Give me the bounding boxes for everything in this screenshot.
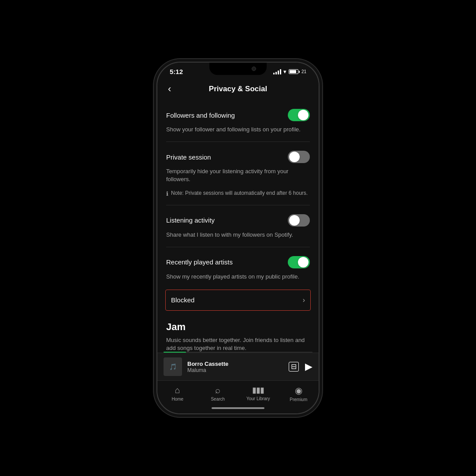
phone-frame: 5:12 ▾ 21 ‹ Privacy & Social xyxy=(156,62,320,414)
private-session-note: ℹ Note: Private sessions will automatica… xyxy=(166,190,310,203)
status-icons: ▾ 21 xyxy=(273,68,306,75)
private-session-note-text: Note: Private sessions will automaticall… xyxy=(171,190,308,196)
jam-desc: Music sounds better together. Join frien… xyxy=(166,336,310,352)
divider-2 xyxy=(166,205,310,205)
followers-toggle[interactable] xyxy=(288,109,310,121)
followers-label: Followers and following xyxy=(166,112,235,119)
private-session-label: Private session xyxy=(166,153,211,161)
now-playing-section: 🎵 Borro Cassette Maluma ⊟ ▶ xyxy=(157,352,319,380)
now-playing-bar[interactable]: 🎵 Borro Cassette Maluma ⊟ ▶ xyxy=(157,353,319,380)
listening-activity-label: Listening activity xyxy=(166,216,215,224)
nav-search[interactable]: ⌕ Search xyxy=(205,385,231,402)
private-session-desc: Temporarily hide your listening activity… xyxy=(166,167,310,190)
track-info: Borro Cassette Maluma xyxy=(182,361,289,373)
status-time: 5:12 xyxy=(170,68,183,75)
search-icon: ⌕ xyxy=(215,385,220,395)
connect-device-icon[interactable]: ⊟ xyxy=(289,362,299,372)
info-icon: ℹ xyxy=(166,190,168,197)
nav-premium-label: Premium xyxy=(290,397,307,402)
recently-played-desc: Show my recently played artists on my pu… xyxy=(166,273,310,287)
nav-premium[interactable]: ◉ Premium xyxy=(285,385,312,402)
back-button[interactable]: ‹ xyxy=(166,82,173,97)
notch xyxy=(209,63,267,75)
home-icon: ⌂ xyxy=(175,385,180,395)
premium-icon: ◉ xyxy=(295,385,302,396)
followers-setting-row: Followers and following xyxy=(166,102,310,126)
listening-activity-desc: Share what I listen to with my followers… xyxy=(166,231,310,245)
play-button[interactable]: ▶ xyxy=(305,361,312,372)
battery-level: 21 xyxy=(301,69,306,74)
recently-played-toggle[interactable] xyxy=(288,256,310,268)
nav-home-label: Home xyxy=(171,397,183,402)
recently-played-label: Recently played artists xyxy=(166,258,233,266)
playback-controls: ⊟ ▶ xyxy=(289,361,312,372)
page-title: Privacy & Social xyxy=(209,85,267,93)
recently-played-row: Recently played artists xyxy=(166,249,310,273)
track-artist: Maluma xyxy=(187,367,283,373)
battery-icon: 21 xyxy=(289,69,306,74)
library-icon: ▮▮▮ xyxy=(252,385,264,395)
phone-screen: 5:12 ▾ 21 ‹ Privacy & Social xyxy=(157,63,319,413)
nav-home[interactable]: ⌂ Home xyxy=(164,385,191,402)
private-session-row: Private session xyxy=(166,144,310,167)
track-name: Borro Cassette xyxy=(187,361,283,367)
divider-1 xyxy=(166,141,310,142)
bottom-nav: ⌂ Home ⌕ Search ▮▮▮ Your Library ◉ Premi… xyxy=(157,380,319,405)
divider-3 xyxy=(166,247,310,247)
front-camera xyxy=(252,67,256,71)
blocked-chevron-icon: › xyxy=(303,296,305,304)
home-bar xyxy=(212,407,264,409)
settings-content: Followers and following Show your follow… xyxy=(157,102,319,352)
page-header: ‹ Privacy & Social xyxy=(157,77,319,102)
jam-heading: Jam xyxy=(166,313,310,336)
nav-search-label: Search xyxy=(211,397,225,402)
listening-activity-row: Listening activity xyxy=(166,207,310,231)
blocked-row[interactable]: Blocked › xyxy=(165,290,311,311)
followers-desc: Show your follower and following lists o… xyxy=(166,126,310,140)
wifi-icon: ▾ xyxy=(283,68,286,75)
nav-library-label: Your Library xyxy=(246,396,270,401)
track-art: 🎵 xyxy=(164,357,182,376)
home-indicator xyxy=(157,405,319,413)
signal-icon xyxy=(273,69,281,74)
nav-library[interactable]: ▮▮▮ Your Library xyxy=(245,385,271,401)
blocked-label: Blocked xyxy=(171,296,194,304)
listening-activity-toggle[interactable] xyxy=(288,214,310,227)
private-session-toggle[interactable] xyxy=(288,151,310,163)
